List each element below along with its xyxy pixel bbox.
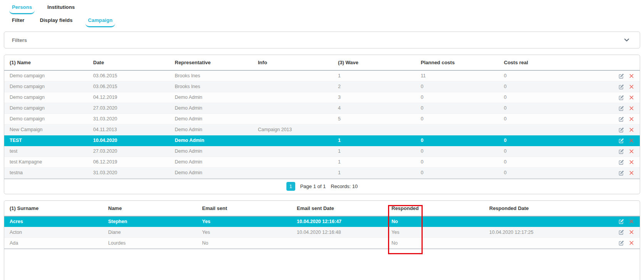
- delete-row-icon[interactable]: [629, 138, 634, 143]
- responded-date-cell: 10.04.2020 12:17:25: [489, 227, 615, 238]
- delete-row-icon[interactable]: [629, 240, 634, 246]
- col-header-wave[interactable]: (3) Wave: [338, 55, 420, 70]
- col-header-responded[interactable]: Responded: [391, 201, 489, 216]
- table-row[interactable]: Demo campaign03.06.2015Brooks Ines200: [4, 81, 640, 92]
- table-row[interactable]: test Kampagne06.12.2019Demo Admin100: [4, 157, 640, 167]
- filters-collapsible-bar[interactable]: Filters: [4, 32, 640, 48]
- costs-real-cell: 0: [503, 70, 615, 81]
- email-sent-cell: No: [202, 238, 296, 248]
- delete-row-icon[interactable]: [629, 218, 634, 224]
- edit-row-icon[interactable]: [619, 73, 624, 79]
- edit-row-icon[interactable]: [619, 159, 624, 165]
- delete-row-icon[interactable]: [629, 170, 634, 176]
- col-header-costs-real[interactable]: Costs real: [503, 55, 615, 70]
- tab-persons[interactable]: Persons: [9, 3, 35, 14]
- table-row[interactable]: Demo campaign27.03.2020Demo Admin400: [4, 103, 640, 113]
- delete-row-icon[interactable]: [629, 84, 634, 90]
- name-cell: New Campaign: [4, 124, 93, 135]
- edit-row-icon[interactable]: [619, 127, 624, 133]
- delete-row-icon[interactable]: [629, 116, 634, 122]
- tab-campaign[interactable]: Campaign: [85, 17, 115, 27]
- col-header-name[interactable]: (1) Name: [4, 55, 93, 70]
- planned-costs-cell: 0: [420, 167, 503, 178]
- wave-cell: 1: [338, 146, 420, 157]
- col-header-surname[interactable]: (1) Surname: [4, 201, 108, 216]
- edit-row-icon[interactable]: [619, 105, 624, 111]
- costs-real-cell: 0: [503, 103, 615, 113]
- name-cell: Demo campaign: [4, 103, 93, 113]
- name-cell: test Kampagne: [4, 157, 93, 167]
- representative-cell: Demo Admin: [174, 113, 258, 124]
- info-cell: [258, 92, 338, 103]
- edit-row-icon[interactable]: [619, 148, 624, 154]
- info-cell: [258, 103, 338, 113]
- table-row[interactable]: test27.03.2020Demo Admin100: [4, 146, 640, 157]
- chevron-down-icon[interactable]: [624, 37, 630, 43]
- tab-filter[interactable]: Filter: [9, 17, 27, 27]
- wave-cell: 5: [338, 113, 420, 124]
- representative-cell: Demo Admin: [174, 146, 258, 157]
- col-header-date[interactable]: Date: [93, 55, 174, 70]
- col-header-email-sent-date[interactable]: Email sent Date: [296, 201, 391, 216]
- surname-cell: Acres: [4, 216, 108, 227]
- date-cell: 03.06.2015: [93, 81, 174, 92]
- row-actions-cell: [615, 70, 640, 81]
- costs-real-cell: 0: [503, 167, 615, 178]
- wave-cell: 1: [338, 157, 420, 167]
- col-header-planned-costs[interactable]: Planned costs: [420, 55, 503, 70]
- campaign-table-header-row: (1) Name Date Representative Info (3) Wa…: [4, 55, 640, 70]
- table-row[interactable]: testna31.03.2020Demo Admin100: [4, 167, 640, 178]
- representative-cell: Demo Admin: [174, 124, 258, 135]
- representative-cell: Demo Admin: [174, 157, 258, 167]
- name-cell: Demo campaign: [4, 113, 93, 124]
- tab-institutions[interactable]: Institutions: [45, 3, 77, 14]
- wave-cell: 1: [338, 167, 420, 178]
- surname-cell: Acton: [4, 227, 108, 238]
- table-row[interactable]: AdaLourdesNoNo: [4, 238, 640, 248]
- delete-row-icon[interactable]: [629, 127, 634, 133]
- edit-row-icon[interactable]: [619, 116, 624, 122]
- edit-row-icon[interactable]: [619, 84, 624, 90]
- representative-cell: Brooks Ines: [174, 81, 258, 92]
- edit-row-icon[interactable]: [619, 138, 624, 143]
- persons-table-header-row: (1) Surname Name Email sent Email sent D…: [4, 201, 640, 216]
- edit-row-icon[interactable]: [619, 170, 624, 176]
- delete-row-icon[interactable]: [629, 148, 634, 154]
- page-1-button[interactable]: 1: [286, 182, 295, 191]
- app-root: { "colors": { "accent_teal": "#29b7d7", …: [0, 0, 644, 280]
- row-actions-cell: [615, 238, 640, 248]
- table-row[interactable]: ActonDianeYes10.04.2020 12:16:48Yes10.04…: [4, 227, 640, 238]
- email-sent-cell: Yes: [202, 227, 296, 238]
- table-row[interactable]: Demo campaign31.03.2020Demo Admin500: [4, 113, 640, 124]
- delete-row-icon[interactable]: [629, 73, 634, 79]
- col-header-representative[interactable]: Representative: [174, 55, 258, 70]
- table-row[interactable]: TEST10.04.2020Demo Admin100: [4, 135, 640, 146]
- col-header-responded-date[interactable]: Responded Date: [489, 201, 615, 216]
- page-label: Page 1 of 1: [300, 183, 326, 189]
- name-cell: Demo campaign: [4, 92, 93, 103]
- secondary-tabs: Filter Display fields Campaign: [0, 17, 644, 27]
- delete-row-icon[interactable]: [629, 95, 634, 100]
- table-row[interactable]: Demo campaign04.12.2019Demo Admin300: [4, 92, 640, 103]
- planned-costs-cell: 0: [420, 157, 503, 167]
- delete-row-icon[interactable]: [629, 105, 634, 111]
- date-cell: 31.03.2020: [93, 113, 174, 124]
- responded-cell: Yes: [391, 227, 489, 238]
- representative-cell: Demo Admin: [174, 103, 258, 113]
- delete-row-icon[interactable]: [629, 229, 634, 235]
- edit-row-icon[interactable]: [619, 95, 624, 100]
- edit-row-icon[interactable]: [619, 218, 624, 224]
- tab-display-fields[interactable]: Display fields: [37, 17, 75, 27]
- edit-row-icon[interactable]: [619, 229, 624, 235]
- persons-table-panel: (1) Surname Name Email sent Email sent D…: [4, 200, 640, 280]
- col-header-person-name[interactable]: Name: [108, 201, 202, 216]
- delete-row-icon[interactable]: [629, 159, 634, 165]
- edit-row-icon[interactable]: [619, 240, 624, 246]
- table-row[interactable]: New Campaign04.11.2013Demo AdminCampaign…: [4, 124, 640, 135]
- table-row[interactable]: AcresStephenYes10.04.2020 12:16:47No: [4, 216, 640, 227]
- representative-cell: Demo Admin: [174, 135, 258, 146]
- col-header-info[interactable]: Info: [258, 55, 338, 70]
- table-row[interactable]: Demo campaign03.06.2015Brooks Ines1110: [4, 70, 640, 81]
- row-actions-cell: [615, 103, 640, 113]
- col-header-email-sent[interactable]: Email sent: [202, 201, 296, 216]
